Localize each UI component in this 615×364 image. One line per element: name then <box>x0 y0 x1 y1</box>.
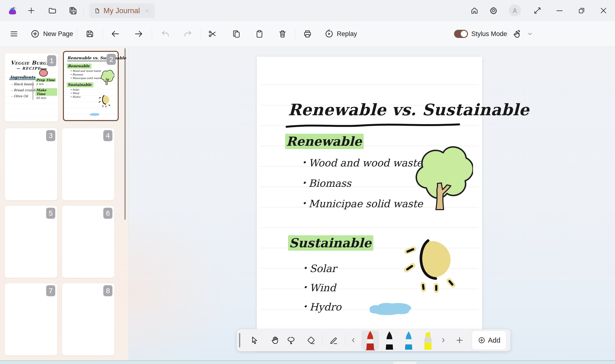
prep-time-label: Prep Time <box>36 78 56 82</box>
thumbnail-page-7[interactable]: 7 <box>5 283 57 355</box>
pen-blue[interactable] <box>401 329 417 351</box>
select-tool-button[interactable] <box>248 329 261 351</box>
new-tab-button[interactable] <box>27 0 36 21</box>
pens-scroll-left-button[interactable] <box>349 329 358 351</box>
mini-bullet: Wind <box>70 92 118 95</box>
settings-button[interactable] <box>488 0 499 21</box>
hamburger-icon <box>9 29 18 39</box>
note-bullet: Wood and wood waste <box>302 157 423 169</box>
forward-button[interactable] <box>133 21 144 47</box>
mini-water-drawing <box>89 112 100 116</box>
pens-scroll-right-button[interactable] <box>439 329 448 351</box>
tree-drawing <box>407 139 473 211</box>
expand-icon <box>533 6 541 15</box>
pen-red-selected[interactable] <box>362 329 378 351</box>
make-time-label: Make Time <box>36 88 57 96</box>
mini-renewable-heading: Renewable <box>67 64 92 69</box>
ink-tool-button[interactable] <box>327 329 340 351</box>
delete-button[interactable] <box>277 21 288 47</box>
note-bullet: Biomass <box>302 177 351 189</box>
page-number-badge: 4 <box>103 130 112 141</box>
arrow-left-icon <box>110 29 120 39</box>
recipe-ingredients-heading: Ingredients <box>9 75 36 80</box>
redo-button[interactable] <box>183 21 193 47</box>
recipe-column-divider <box>33 82 33 100</box>
stylus-mode-toggle[interactable] <box>454 21 468 47</box>
print-button[interactable] <box>302 21 313 47</box>
sidebar-scrollbar[interactable] <box>124 48 126 220</box>
toolbar-drag-handle[interactable] <box>239 333 240 347</box>
note-bullet: Wind <box>303 282 336 294</box>
page-number-badge: 1 <box>47 55 56 66</box>
eraser-icon <box>307 336 316 345</box>
document-icon <box>94 7 100 14</box>
cursor-icon <box>250 336 259 345</box>
open-journal-button[interactable] <box>47 0 58 21</box>
add-label: Add <box>488 336 500 344</box>
back-button[interactable] <box>110 21 120 47</box>
copy-button[interactable] <box>231 21 242 47</box>
new-page-label: New Page <box>43 30 73 38</box>
prep-time-value: 2 hrs <box>36 82 57 86</box>
make-time-value: 40 min <box>36 96 57 100</box>
close-tab-icon[interactable] <box>145 8 150 14</box>
pan-tool-button[interactable] <box>268 329 281 351</box>
folder-icon <box>48 6 57 15</box>
person-icon <box>511 7 518 14</box>
tab-title: My Journal <box>104 6 140 15</box>
thumbnail-page-8[interactable]: 8 <box>62 283 114 355</box>
thumbnail-page-3[interactable]: 3 <box>5 128 57 200</box>
thumbnail-page-1[interactable]: 1 Veggie Burger — RECIPE — Ingredients B… <box>5 53 58 121</box>
input-mode-dropdown[interactable] <box>525 21 535 47</box>
maximize-button[interactable] <box>576 0 587 21</box>
close-window-button[interactable] <box>598 0 609 21</box>
menu-button[interactable] <box>9 21 19 47</box>
redo-icon <box>183 29 192 39</box>
plus-icon <box>27 6 35 15</box>
chevron-down-icon <box>527 31 533 37</box>
lasso-tool-button[interactable] <box>285 329 297 351</box>
toggle-track <box>454 30 468 38</box>
hand-icon <box>270 336 279 345</box>
tomato-drawing <box>38 67 49 77</box>
red-pen-icon <box>364 330 377 350</box>
input-mode-button[interactable] <box>511 21 523 47</box>
title-bar: My Journal <box>0 0 615 21</box>
thumbnail-page-2-selected[interactable]: 2 Renewable vs. Sustainable Renewable Wo… <box>63 51 119 121</box>
eraser-tool-button[interactable] <box>305 329 317 351</box>
minimize-button[interactable] <box>554 0 565 21</box>
yellow-highlighter-icon <box>422 331 434 350</box>
thumbnail-page-6[interactable]: 6 <box>62 206 114 278</box>
undo-button[interactable] <box>160 21 171 47</box>
add-pen-button[interactable] <box>453 329 466 351</box>
print-icon <box>303 29 312 39</box>
replay-button[interactable]: Replay <box>321 21 360 47</box>
home-button[interactable] <box>469 0 480 21</box>
note-title: Renewable vs. Sustainable <box>288 100 529 119</box>
page-number-badge: 6 <box>103 208 112 219</box>
pen-highlighter-yellow[interactable] <box>420 329 436 351</box>
tab-my-journal[interactable]: My Journal <box>89 3 155 18</box>
touch-writing-icon <box>512 29 522 39</box>
pen-black[interactable] <box>381 329 398 351</box>
minimize-icon <box>555 6 564 15</box>
cut-button[interactable] <box>207 21 218 47</box>
add-content-button[interactable]: Add <box>472 331 507 350</box>
sun-drawing <box>400 237 462 295</box>
circle-plus-icon <box>478 336 485 344</box>
mini-sustainable-heading: Sustainable <box>67 82 94 87</box>
new-page-button[interactable]: New Page <box>29 21 74 47</box>
app-logo-icon[interactable] <box>7 0 18 21</box>
save-button[interactable] <box>85 21 95 47</box>
paste-button[interactable] <box>254 21 265 47</box>
account-button[interactable] <box>509 0 521 21</box>
save-all-button[interactable] <box>68 0 78 21</box>
journal-page[interactable]: Renewable vs. Sustainable Renewable Wood… <box>257 57 482 351</box>
thumbnail-page-4[interactable]: 4 <box>62 128 114 200</box>
trash-icon <box>278 29 287 39</box>
plus-icon <box>455 336 464 345</box>
home-icon <box>470 6 479 15</box>
journal-app-window: My Journal <box>0 0 615 364</box>
fullscreen-button[interactable] <box>532 0 543 21</box>
thumbnail-page-5[interactable]: 5 <box>5 206 57 278</box>
